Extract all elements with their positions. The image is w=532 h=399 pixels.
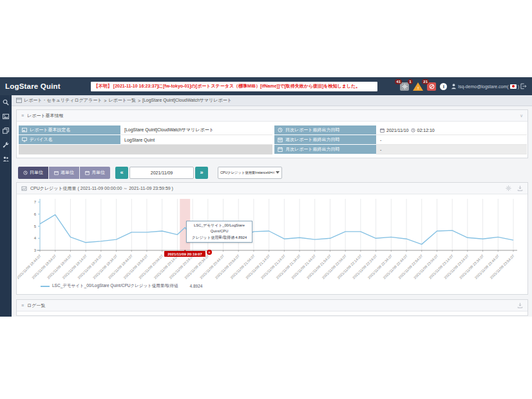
chart-download-icon[interactable] (517, 185, 523, 192)
top-navbar: LogStare Quint 【不明】 [2021-11-10 16:23:37… (0, 77, 532, 95)
legend-series-name: LSC_デモサイト_00/LogStare Quint/CPUクレジット使用量/… (52, 283, 178, 289)
chart-panel-header: CPUクレジット使用量 ( 2021-11-09 00:00:00 ～ 2021… (17, 183, 527, 194)
sidebar (0, 95, 12, 317)
weekly-report-value: - (376, 135, 527, 145)
clock-icon (278, 127, 283, 133)
japan-flag-icon (510, 84, 517, 89)
clock-icon (411, 128, 415, 133)
users-icon[interactable] (0, 152, 12, 166)
calendar-week-icon (278, 137, 283, 142)
calendar-icon (380, 128, 385, 133)
svg-text:2021/11/09 18:44:07: 2021/11/09 18:44:07 (17, 254, 42, 279)
info-icon[interactable]: i (440, 83, 447, 90)
warning-badge: 1 (408, 79, 412, 84)
monthly-unit-button[interactable]: 月単位 (80, 167, 110, 179)
navbar-right-group: 41 ! 1 21 i lsq-demo@logstare.com( (400, 82, 527, 91)
chart-legend: LSC_デモサイト_00/LogStare Quint/CPUクレジット使用量/… (41, 283, 202, 289)
svg-text:5: 5 (34, 225, 37, 228)
monthly-report-label: 月次レポート最終出力日時 (285, 146, 340, 153)
chart-panel: CPUクレジット使用量 ( 2021-11-09 00:00:00 ～ 2021… (16, 182, 528, 295)
highlight-close-icon[interactable]: ✕ (207, 250, 212, 255)
collapse-chevron-icon[interactable]: ∨ (520, 113, 523, 118)
report-info-title: レポート基本情報 (27, 113, 64, 119)
svg-text:6: 6 (34, 212, 37, 216)
reports-icon[interactable] (0, 109, 12, 124)
report-info-header: ≡ レポート基本情報 ∨ (17, 110, 527, 122)
table-row: 月次レポート最終出力日時 - (274, 145, 527, 154)
list-icon: ≡ (21, 303, 24, 308)
chevron-down-icon (276, 171, 280, 174)
device-name-label: デバイス名 (30, 136, 53, 143)
chart-icon (21, 186, 27, 191)
monthly-report-value: - (376, 145, 527, 154)
app-window: LogStare Quint 【不明】 [2021-11-10 16:23:37… (0, 0, 532, 399)
table-row: 日次レポート最終出力日時 2021/11/10 02:12:10 (274, 125, 527, 135)
svg-text:7: 7 (34, 200, 37, 204)
highlight-timestamp-label: 2021/11/09 20:19:07 (164, 251, 205, 257)
legend-value: 4.8924 (190, 284, 203, 288)
monitor-icon (22, 137, 27, 142)
breadcrumb-item-report-list[interactable]: レポート一覧 (108, 97, 136, 104)
metric-select[interactable]: CPUクレジット使用量InstanceId=i-0ca92da951527638… (218, 167, 282, 179)
tools-icon[interactable] (0, 138, 12, 152)
report-controls: 日単位 週単位 月単位 « » CPUクレジット使用量InstanceId=i-… (16, 166, 528, 179)
report-info-left-table: レポート基本設定名 [LogStare Quint]CloudWatchサマリレ… (19, 125, 272, 154)
chart-tooltip: LSC_デモサイト_00/LogStare Quint/CPU クレジット使用量… (186, 221, 252, 243)
image-icon (22, 127, 27, 133)
report-setting-name-label: レポート基本設定名 (30, 127, 71, 133)
logout-icon[interactable] (520, 83, 527, 89)
log-list-panel: ≡ ログ一覧 (16, 299, 528, 316)
report-info-panel: ≡ レポート基本情報 ∨ レポート基本設定名 [LogStare Quint]C… (16, 109, 528, 158)
gear-icon (402, 84, 408, 89)
table-row: デバイス名 LogStare Quint (19, 135, 272, 145)
list-icon: ≡ (21, 113, 24, 118)
alert-message: 【不明】 [2021-11-10 16:23:37]に[fw-tokyo-01]… (94, 83, 360, 89)
clock-icon (23, 171, 28, 175)
breadcrumb-item-current: [LogStare Quint]CloudWatchサマリレポート (142, 97, 232, 104)
log-list-title: ログ一覧 (27, 302, 45, 309)
critical-notification-icon[interactable]: 21 (427, 82, 436, 91)
calendar-month-icon (85, 171, 90, 175)
account-email: lsq-demo@logstare.com( (458, 84, 508, 89)
calendar-month-icon (278, 147, 283, 152)
user-icon (451, 83, 457, 89)
account-menu[interactable]: lsq-demo@logstare.com( ) (451, 83, 527, 89)
chart-title: CPUクレジット使用量 ( 2021-11-09 00:00:00 ～ 2021… (30, 185, 173, 192)
weekly-unit-button[interactable]: 週単位 (49, 167, 79, 179)
breadcrumb: レポート・セキュリティログアラート > レポート一覧 > [LogStare Q… (12, 95, 532, 106)
table-row: 週次レポート最終出力日時 - (274, 135, 527, 145)
daily-unit-button[interactable]: 日単位 (18, 167, 48, 179)
cpu-credit-line-chart: 2021/11/09 18:44:072021/11/09 18:54:0720… (17, 194, 528, 283)
windows-icon[interactable] (0, 124, 12, 138)
calendar-week-icon (54, 171, 59, 175)
window-icon (16, 98, 22, 103)
date-input[interactable] (129, 167, 194, 179)
report-info-right-table: 日次レポート最終出力日時 2021/11/10 02:12:10 (274, 125, 527, 154)
report-setting-name-value: [LogStare Quint]CloudWatchサマリレポート (120, 125, 272, 135)
brand-logo: LogStare Quint (5, 82, 61, 90)
svg-text:4: 4 (34, 236, 37, 240)
device-name-value: LogStare Quint (120, 135, 272, 145)
legend-swatch (41, 286, 50, 287)
log-download-icon[interactable] (517, 302, 523, 309)
log-list-header: ≡ ログ一覧 (17, 300, 527, 311)
alert-ticker[interactable]: 【不明】 [2021-11-10 16:23:37]に[fw-tokyo-01]… (91, 82, 377, 91)
table-row: レポート基本設定名 [LogStare Quint]CloudWatchサマリレ… (19, 125, 272, 135)
search-icon[interactable] (0, 95, 12, 109)
notification-badge: 41 (395, 79, 402, 84)
critical-badge: 21 (422, 79, 429, 84)
daily-report-value: 2021/11/10 02:12:10 (376, 125, 527, 135)
next-day-button[interactable]: » (195, 167, 208, 179)
block-icon (429, 84, 435, 89)
daily-report-label: 日次レポート最終出力日時 (285, 127, 340, 133)
previous-day-button[interactable]: « (115, 167, 128, 179)
svg-text:3: 3 (34, 248, 37, 252)
empty-row (19, 145, 272, 154)
breadcrumb-item-alerts[interactable]: レポート・セキュリティログアラート (24, 97, 102, 104)
weekly-report-label: 週次レポート最終出力日時 (285, 136, 340, 143)
chart-settings-gear-icon[interactable] (506, 185, 511, 192)
